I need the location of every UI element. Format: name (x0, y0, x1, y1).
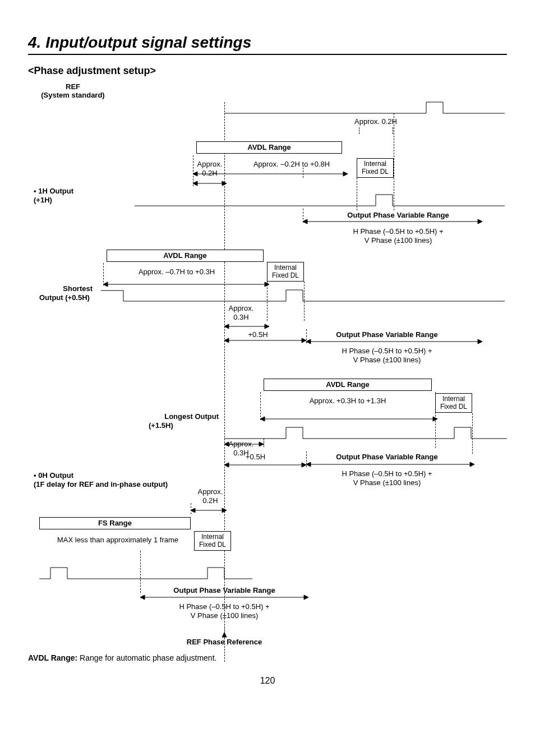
svg-marker-22 (260, 417, 265, 421)
opvr-3: Output Phase Variable Range (314, 453, 460, 462)
ifdl-1: Internal Fixed DL (357, 158, 394, 178)
approx02h-l1: Approx. 0.2H (193, 160, 227, 178)
svg-marker-39 (222, 633, 227, 637)
avdl-val-2: Approx. –0.7H to +0.3H (123, 268, 230, 276)
svg-marker-28 (224, 463, 229, 467)
hphase-4: H Phase (–0.5H to +0.5H) + (157, 602, 292, 611)
ref-phase-reference: REF Phase Reference (168, 638, 280, 647)
ifdl-4-text: Internal Fixed DL (199, 533, 226, 548)
svg-marker-25 (224, 442, 229, 446)
svg-marker-32 (470, 462, 474, 467)
ref-sub: (System standard) (22, 91, 123, 100)
approx02h-l4: Approx. 0.2H (193, 487, 227, 506)
svg-marker-37 (140, 595, 145, 600)
svg-marker-5 (222, 181, 227, 186)
vphase-4: V Phase (±100 lines) (157, 611, 292, 620)
opvr-2: Output Phase Variable Range (314, 330, 460, 339)
svg-marker-35 (222, 508, 227, 513)
svg-marker-16 (224, 338, 229, 343)
out0h: • 0H Output (34, 471, 73, 480)
opvr-4: Output Phase Variable Range (151, 586, 297, 595)
approx02h-top: Approx. 0.2H (342, 117, 409, 126)
chapter-title: 4. Input/output signal settings (28, 34, 507, 55)
avdl-val-1: Approx. –0.2H to +0.8H (236, 160, 348, 169)
fs-range-box: FS Range (39, 517, 191, 529)
vphase-2: V Phase (±100 lines) (320, 356, 454, 365)
svg-marker-31 (306, 462, 311, 467)
svg-marker-19 (306, 339, 311, 344)
approx03h-2: Approx. 0.3H (222, 304, 261, 322)
svg-marker-17 (302, 338, 306, 343)
svg-marker-7 (303, 219, 307, 224)
phase-diagram: REF (System standard) Approx. 0.2H AVDL … (28, 82, 507, 671)
vphase-3: V Phase (±100 lines) (320, 478, 454, 487)
fs-val: MAX less than approximately 1 frame (45, 536, 191, 545)
svg-marker-13 (224, 324, 229, 329)
svg-marker-26 (259, 442, 264, 446)
svg-marker-20 (478, 339, 482, 344)
avdl-val-3: Approx. +0.3H to +1.3H (292, 397, 404, 405)
avdl-range-box-2: AVDL Range (107, 250, 264, 262)
hphase-2: H Phase (–0.5H to +0.5H) + (320, 347, 454, 356)
ifdl-2: Internal Fixed DL (267, 262, 304, 282)
svg-marker-8 (478, 219, 482, 224)
plus05h-3: +0.5H (246, 453, 265, 462)
longest: Longest Output (118, 412, 219, 421)
svg-marker-29 (302, 463, 306, 467)
page-number: 120 (28, 676, 507, 686)
ifdl-1-text: Internal Fixed DL (362, 160, 389, 176)
svg-marker-4 (193, 181, 197, 186)
svg-marker-2 (343, 172, 348, 176)
footnote-text: Range for automatic phase adjustment. (77, 653, 216, 662)
vphase-1: V Phase (±100 lines) (331, 236, 465, 245)
svg-marker-23 (433, 417, 437, 421)
svg-marker-38 (304, 595, 308, 600)
ifdl-3: Internal Fixed DL (435, 393, 472, 413)
svg-marker-34 (191, 508, 195, 513)
svg-marker-10 (103, 282, 108, 287)
footnote: AVDL Range: Range for automatic phase ad… (28, 653, 216, 662)
avdl-range-box-1: AVDL Range (196, 141, 342, 154)
hphase-3: H Phase (–0.5H to +0.5H) + (320, 469, 454, 478)
section-title: <Phase adjustment setup> (28, 65, 507, 77)
footnote-bold: AVDL Range: (28, 653, 77, 662)
svg-marker-14 (265, 324, 269, 329)
avdl-range-box-3: AVDL Range (264, 379, 432, 391)
ref-title: REF (39, 82, 107, 91)
out0h-sub: (1F delay for REF and in-phase output) (34, 480, 168, 489)
ifdl-4: Internal Fixed DL (194, 531, 231, 551)
hphase-1: H Phase (–0.5H to +0.5H) + (331, 227, 465, 236)
ifdl-3-text: Internal Fixed DL (440, 395, 467, 411)
ifdl-2-text: Internal Fixed DL (272, 264, 299, 279)
